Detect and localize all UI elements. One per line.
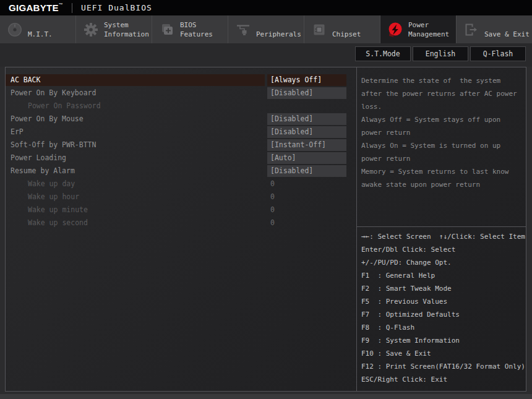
help-line: after the power returns after AC power (361, 87, 524, 100)
mit-icon (7, 22, 23, 38)
tab-bios-features[interactable]: BIOSFeatures (152, 15, 228, 43)
setting-row-power-loading[interactable]: Power Loading[Auto] (6, 152, 356, 165)
trademark-mark: ™ (59, 2, 63, 7)
hotkey-line: ESC/Right Click: Exit (361, 373, 525, 386)
help-line: Memory = System returns to last know (361, 165, 524, 178)
tab-label: Save & Exit (484, 30, 530, 39)
setting-row-wake-up-second[interactable]: Wake up second0 (6, 217, 356, 230)
setting-label: Power On Password (6, 100, 265, 112)
setting-value[interactable]: [Auto] (267, 152, 346, 164)
hotkey-line: F2 : Smart Tweak Mode (361, 282, 525, 295)
tab-label: Peripherals (256, 30, 301, 39)
tab-m-i-t[interactable]: M.I.T. (0, 15, 75, 43)
hotkey-line: →←: Select Screen ↑↓/Click: Select Item (361, 230, 525, 243)
tab-label: PowerManagement (408, 20, 449, 39)
titlebar-divider (72, 3, 72, 13)
setting-value[interactable]: [Disabled] (267, 165, 346, 177)
title-bar: GIGABYTE™ UEFI DualBIOS (0, 0, 532, 15)
setting-row-erp[interactable]: ErP[Disabled] (6, 126, 356, 139)
help-line: power return (361, 152, 524, 165)
tab-save-exit[interactable]: Save & Exit (456, 15, 532, 43)
quick-button-bar: S.T.ModeEnglishQ-Flash (0, 43, 532, 67)
tab-system-information[interactable]: SystemInformation (75, 15, 152, 43)
menu-tab-bar: M.I.T.SystemInformationBIOSFeaturesPerip… (0, 15, 532, 43)
setting-row-resume-by-alarm[interactable]: Resume by Alarm[Disabled] (6, 165, 356, 178)
peripherals-icon (235, 22, 251, 38)
setting-row-soft-off-by-pwr-bttn[interactable]: Soft-Off by PWR-BTTN[Instant-Off] (6, 139, 356, 152)
help-line: Always On = System is turned on up (361, 139, 524, 152)
q-flash-button[interactable]: Q-Flash (470, 46, 526, 61)
setting-label: Soft-Off by PWR-BTTN (6, 139, 265, 151)
setting-label: ErP (6, 126, 265, 138)
bios-main-frame: AC BACK[Always Off]Power On By Keyboard[… (5, 67, 526, 392)
setting-row-power-on-by-keyboard[interactable]: Power On By Keyboard[Disabled] (6, 87, 356, 100)
help-line: Determine the state of the system (361, 74, 524, 87)
setting-value[interactable]: 0 (267, 178, 346, 190)
setting-row-power-on-by-mouse[interactable]: Power On By Mouse[Disabled] (6, 113, 356, 126)
tab-label: SystemInformation (104, 20, 149, 39)
hotkey-line: F9 : System Information (361, 334, 525, 347)
setting-row-power-on-password[interactable]: Power On Password (6, 100, 356, 113)
help-line: awake state upon power return (361, 178, 524, 191)
setting-row-wake-up-day[interactable]: Wake up day0 (6, 178, 356, 191)
save-exit-icon (463, 22, 479, 38)
hotkey-line: Enter/Dbl Click: Select (361, 243, 525, 256)
tab-label: Chipset (332, 30, 361, 39)
setting-value[interactable]: [Always Off] (267, 74, 346, 86)
setting-value[interactable]: 0 (267, 204, 346, 216)
setting-row-wake-up-hour[interactable]: Wake up hour0 (6, 191, 356, 204)
setting-label: Power On By Keyboard (6, 87, 265, 99)
settings-list: AC BACK[Always Off]Power On By Keyboard[… (6, 67, 357, 391)
help-line: Always Off = System stays off upon (361, 113, 524, 126)
item-help-text: Determine the state of the systemafter t… (357, 67, 526, 226)
hotkey-line: F10 : Save & Exit (361, 347, 525, 360)
hotkey-legend: →←: Select Screen ↑↓/Click: Select ItemE… (357, 226, 526, 386)
setting-label: Resume by Alarm (6, 165, 265, 177)
setting-row-wake-up-minute[interactable]: Wake up minute0 (6, 204, 356, 217)
tab-chipset[interactable]: Chipset (304, 15, 380, 43)
setting-value[interactable]: [Disabled] (267, 126, 346, 138)
s-t-mode-button[interactable]: S.T.Mode (355, 46, 411, 61)
bios-features-icon (159, 22, 175, 38)
english-button[interactable]: English (413, 46, 468, 61)
setting-value[interactable]: [Disabled] (267, 87, 346, 99)
setting-label: AC BACK (6, 74, 265, 86)
help-panel: Determine the state of the systemafter t… (357, 67, 526, 391)
help-line: loss. (361, 100, 524, 113)
hotkey-line: F12 : Print Screen(FAT16/32 Format Only) (361, 360, 525, 373)
setting-label: Power On By Mouse (6, 113, 265, 125)
hotkey-line: F8 : Q-Flash (361, 321, 525, 334)
hotkey-line: +/-/PU/PD: Change Opt. (361, 256, 525, 269)
hotkey-line: F5 : Previous Values (361, 295, 525, 308)
power-management-icon (387, 22, 403, 38)
setting-value[interactable]: 0 (267, 191, 346, 203)
setting-label: Wake up second (6, 217, 265, 229)
tab-label: M.I.T. (28, 30, 53, 39)
setting-value (267, 100, 346, 112)
footer-strip (0, 394, 532, 399)
setting-value[interactable]: 0 (267, 217, 346, 229)
tab-peripherals[interactable]: Peripherals (228, 15, 304, 43)
setting-row-ac-back[interactable]: AC BACK[Always Off] (6, 74, 356, 87)
setting-label: Wake up minute (6, 204, 265, 216)
hotkey-line: F1 : General Help (361, 269, 525, 282)
gigabyte-logo: GIGABYTE™ (0, 2, 63, 13)
chipset-icon (311, 22, 327, 38)
setting-value[interactable]: [Disabled] (267, 113, 346, 125)
tab-power-management[interactable]: PowerManagement (380, 15, 456, 43)
setting-label: Power Loading (6, 152, 265, 164)
setting-label: Wake up day (6, 178, 265, 190)
system-information-icon (83, 22, 99, 38)
setting-value[interactable]: [Instant-Off] (267, 139, 346, 151)
product-title: UEFI DualBIOS (81, 3, 152, 12)
help-line: power return (361, 126, 524, 139)
setting-label: Wake up hour (6, 191, 265, 203)
tab-label: BIOSFeatures (180, 20, 213, 39)
hotkey-line: F7 : Optimized Defaults (361, 308, 525, 321)
